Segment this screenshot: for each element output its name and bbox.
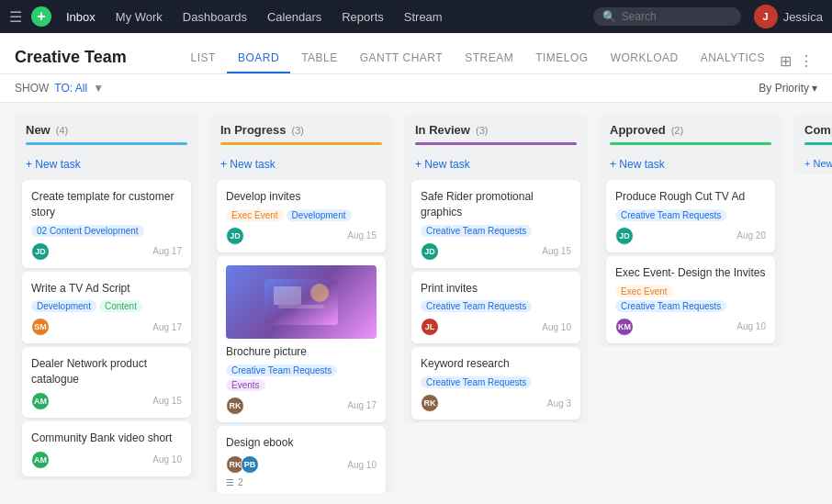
column-in-review-header: In Review (3) xyxy=(404,114,588,142)
column-in-review-bar xyxy=(415,142,577,145)
sort-label: By Priority xyxy=(759,82,809,95)
table-row[interactable]: Produce Rough Cut TV Ad Creative Team Re… xyxy=(606,180,775,252)
filter-icon[interactable]: ▼ xyxy=(93,82,104,95)
table-row[interactable]: Develop invites Exec Event Development J… xyxy=(217,180,386,252)
column-completed-header: Completed xyxy=(793,114,832,142)
avatar: SM xyxy=(31,318,50,336)
column-in-progress: In Progress (3) + New task Develop invit… xyxy=(209,114,393,493)
tab-stream[interactable]: STREAM xyxy=(454,44,524,73)
filter-value[interactable]: TO: All xyxy=(54,82,87,95)
column-new-bar xyxy=(26,142,187,145)
column-new: New (4) + New task Create template for c… xyxy=(15,114,198,480)
tab-gantt[interactable]: GANTT CHART xyxy=(349,44,454,73)
avatar: PB xyxy=(241,455,259,474)
board-container: New (4) + New task Create template for c… xyxy=(0,103,832,493)
nav-stream[interactable]: Stream xyxy=(395,8,452,26)
table-row[interactable]: Exec Event- Design the Invites Exec Even… xyxy=(606,256,775,343)
page-title: Creative Team xyxy=(15,42,127,73)
new-task-approved-button[interactable]: + New task xyxy=(599,152,782,176)
filter-left: SHOW TO: All ▼ xyxy=(15,82,104,95)
avatar: JD xyxy=(31,242,50,261)
column-approved-bar xyxy=(610,142,771,145)
column-approved-header: Approved (2) xyxy=(599,114,782,142)
column-approved: Approved (2) + New task Produce Rough Cu… xyxy=(599,114,782,347)
table-row[interactable]: Create template for customer story 02 Co… xyxy=(22,180,191,268)
avatar: RK xyxy=(421,394,439,412)
new-item-button[interactable]: + xyxy=(31,6,51,27)
new-task-in-progress-button[interactable]: + New task xyxy=(209,152,393,176)
column-new-count: (4) xyxy=(56,125,68,136)
search-icon: 🔍 xyxy=(602,10,616,23)
more-options-icon[interactable]: ⋮ xyxy=(795,49,817,73)
column-in-progress-title: In Progress xyxy=(220,123,287,137)
hamburger-icon[interactable]: ☰ xyxy=(9,8,22,26)
column-new-header: New (4) xyxy=(15,114,198,142)
nav-dashboards[interactable]: Dashboards xyxy=(174,8,256,26)
nav-mywork[interactable]: My Work xyxy=(107,8,172,26)
filter-bar: SHOW TO: All ▼ By Priority ▾ xyxy=(0,74,832,103)
card-image xyxy=(226,265,377,339)
table-row[interactable]: Safe Rider promotional graphics Creative… xyxy=(411,180,580,268)
search-bar: 🔍 xyxy=(593,7,741,26)
nav-links: Inbox My Work Dashboards Calendars Repor… xyxy=(57,8,588,26)
show-label: SHOW xyxy=(15,82,49,95)
column-in-progress-count: (3) xyxy=(292,125,304,136)
nav-inbox[interactable]: Inbox xyxy=(57,8,105,26)
column-new-title: New xyxy=(26,123,51,137)
column-in-review-title: In Review xyxy=(415,123,470,137)
avatar: KM xyxy=(615,318,634,336)
top-nav: ☰ + Inbox My Work Dashboards Calendars R… xyxy=(0,0,832,33)
column-approved-count: (2) xyxy=(671,125,683,136)
tab-analytics[interactable]: ANALYTICS xyxy=(690,44,776,73)
sort-button[interactable]: By Priority ▾ xyxy=(759,82,817,95)
grid-view-icon[interactable]: ⊞ xyxy=(776,49,795,73)
search-input[interactable] xyxy=(622,10,732,23)
column-completed: Completed + New ta xyxy=(793,114,832,174)
column-approved-title: Approved xyxy=(610,123,666,137)
table-row[interactable]: Write a TV Ad Script Development Content… xyxy=(22,272,191,344)
avatar: JL xyxy=(421,318,439,336)
tab-board[interactable]: BOARD xyxy=(227,44,290,73)
column-in-progress-header: In Progress (3) xyxy=(209,114,393,142)
view-tabs: LIST BOARD TABLE GANTT CHART STREAM TIME… xyxy=(180,44,817,73)
username-label: Jessica xyxy=(783,10,823,24)
avatar: JD xyxy=(226,227,244,245)
table-row[interactable]: Community Bank video short AM Aug 10 xyxy=(22,421,191,476)
table-row[interactable]: Print invites Creative Team Requests JL … xyxy=(411,272,580,344)
nav-calendars[interactable]: Calendars xyxy=(258,8,331,26)
avatar[interactable]: J xyxy=(754,5,778,28)
new-task-in-review-button[interactable]: + New task xyxy=(404,152,588,176)
nav-reports[interactable]: Reports xyxy=(332,8,393,26)
new-task-new-button[interactable]: + New task xyxy=(15,152,198,176)
sort-chevron-icon: ▾ xyxy=(812,82,817,95)
avatar: RK xyxy=(226,397,244,415)
page-header: Creative Team LIST BOARD TABLE GANTT CHA… xyxy=(0,33,832,74)
tab-timelog[interactable]: TIMELOG xyxy=(524,44,600,73)
svg-point-3 xyxy=(310,284,329,302)
subtask-icon: ☰ xyxy=(226,477,234,487)
avatar: AM xyxy=(31,451,50,469)
column-in-review: In Review (3) + New task Safe Rider prom… xyxy=(404,114,588,423)
table-row[interactable]: Dealer Network product catalogue AM Aug … xyxy=(22,347,191,418)
column-completed-title: Completed xyxy=(804,123,832,137)
avatar: JD xyxy=(615,227,634,245)
table-row[interactable]: Design ebook RK PB Aug 10 ☰ 2 xyxy=(217,426,386,493)
svg-rect-2 xyxy=(278,305,324,308)
avatar: JD xyxy=(421,242,439,261)
column-completed-bar xyxy=(804,142,832,145)
column-in-review-count: (3) xyxy=(476,125,488,136)
new-task-completed-button[interactable]: + New ta xyxy=(793,152,832,174)
table-row[interactable]: Brochure picture Creative Team Requests … xyxy=(217,256,386,422)
avatar: AM xyxy=(31,392,50,410)
tab-workload[interactable]: WORKLOAD xyxy=(600,44,690,73)
column-in-progress-bar xyxy=(220,142,382,145)
tab-table[interactable]: TABLE xyxy=(290,44,349,73)
table-row[interactable]: Keyword research Creative Team Requests … xyxy=(411,347,580,420)
tab-list[interactable]: LIST xyxy=(180,44,227,73)
svg-rect-1 xyxy=(274,286,301,305)
